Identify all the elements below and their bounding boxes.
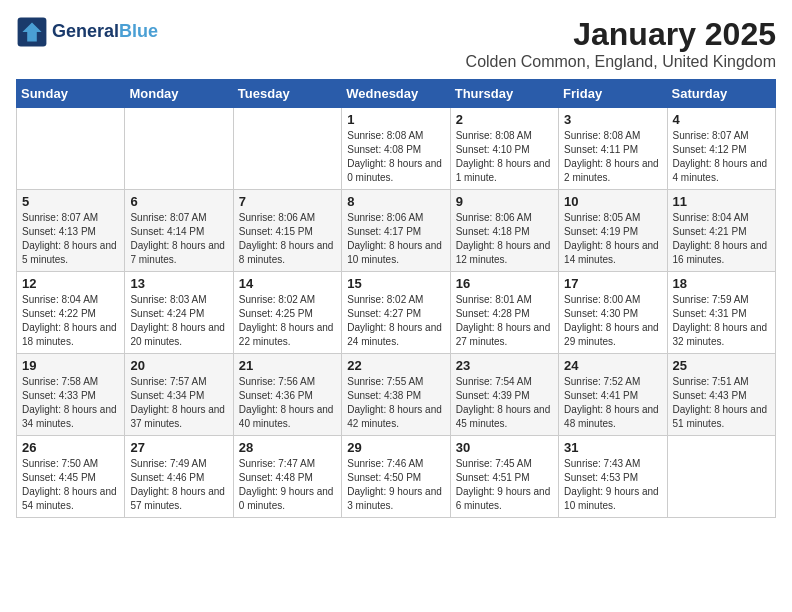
calendar-cell xyxy=(233,108,341,190)
day-number: 23 xyxy=(456,358,553,373)
day-number: 28 xyxy=(239,440,336,455)
day-header-tuesday: Tuesday xyxy=(233,80,341,108)
day-number: 24 xyxy=(564,358,661,373)
day-header-sunday: Sunday xyxy=(17,80,125,108)
calendar-cell: 2Sunrise: 8:08 AM Sunset: 4:10 PM Daylig… xyxy=(450,108,558,190)
calendar-cell xyxy=(125,108,233,190)
day-info: Sunrise: 8:02 AM Sunset: 4:27 PM Dayligh… xyxy=(347,293,444,349)
day-info: Sunrise: 8:08 AM Sunset: 4:08 PM Dayligh… xyxy=(347,129,444,185)
day-info: Sunrise: 8:07 AM Sunset: 4:13 PM Dayligh… xyxy=(22,211,119,267)
day-number: 9 xyxy=(456,194,553,209)
calendar-cell: 13Sunrise: 8:03 AM Sunset: 4:24 PM Dayli… xyxy=(125,272,233,354)
day-info: Sunrise: 8:06 AM Sunset: 4:15 PM Dayligh… xyxy=(239,211,336,267)
day-info: Sunrise: 8:00 AM Sunset: 4:30 PM Dayligh… xyxy=(564,293,661,349)
calendar-cell xyxy=(667,436,775,518)
day-number: 27 xyxy=(130,440,227,455)
day-number: 1 xyxy=(347,112,444,127)
header: GeneralBlue January 2025 Colden Common, … xyxy=(16,16,776,71)
calendar-subtitle: Colden Common, England, United Kingdom xyxy=(466,53,776,71)
day-number: 20 xyxy=(130,358,227,373)
calendar-cell: 28Sunrise: 7:47 AM Sunset: 4:48 PM Dayli… xyxy=(233,436,341,518)
day-info: Sunrise: 8:05 AM Sunset: 4:19 PM Dayligh… xyxy=(564,211,661,267)
calendar-cell: 1Sunrise: 8:08 AM Sunset: 4:08 PM Daylig… xyxy=(342,108,450,190)
header-row: SundayMondayTuesdayWednesdayThursdayFrid… xyxy=(17,80,776,108)
day-info: Sunrise: 8:03 AM Sunset: 4:24 PM Dayligh… xyxy=(130,293,227,349)
day-header-friday: Friday xyxy=(559,80,667,108)
calendar-cell: 19Sunrise: 7:58 AM Sunset: 4:33 PM Dayli… xyxy=(17,354,125,436)
day-number: 8 xyxy=(347,194,444,209)
day-header-wednesday: Wednesday xyxy=(342,80,450,108)
week-row-3: 19Sunrise: 7:58 AM Sunset: 4:33 PM Dayli… xyxy=(17,354,776,436)
calendar-cell: 29Sunrise: 7:46 AM Sunset: 4:50 PM Dayli… xyxy=(342,436,450,518)
logo-text: GeneralBlue xyxy=(52,22,158,42)
day-info: Sunrise: 8:04 AM Sunset: 4:22 PM Dayligh… xyxy=(22,293,119,349)
week-row-0: 1Sunrise: 8:08 AM Sunset: 4:08 PM Daylig… xyxy=(17,108,776,190)
calendar-cell: 31Sunrise: 7:43 AM Sunset: 4:53 PM Dayli… xyxy=(559,436,667,518)
day-number: 14 xyxy=(239,276,336,291)
calendar-cell: 9Sunrise: 8:06 AM Sunset: 4:18 PM Daylig… xyxy=(450,190,558,272)
day-header-monday: Monday xyxy=(125,80,233,108)
day-number: 12 xyxy=(22,276,119,291)
day-number: 3 xyxy=(564,112,661,127)
day-number: 22 xyxy=(347,358,444,373)
calendar-cell: 16Sunrise: 8:01 AM Sunset: 4:28 PM Dayli… xyxy=(450,272,558,354)
day-info: Sunrise: 8:07 AM Sunset: 4:12 PM Dayligh… xyxy=(673,129,770,185)
week-row-2: 12Sunrise: 8:04 AM Sunset: 4:22 PM Dayli… xyxy=(17,272,776,354)
calendar-cell: 22Sunrise: 7:55 AM Sunset: 4:38 PM Dayli… xyxy=(342,354,450,436)
day-number: 16 xyxy=(456,276,553,291)
day-number: 11 xyxy=(673,194,770,209)
day-info: Sunrise: 7:52 AM Sunset: 4:41 PM Dayligh… xyxy=(564,375,661,431)
day-header-saturday: Saturday xyxy=(667,80,775,108)
calendar-cell: 14Sunrise: 8:02 AM Sunset: 4:25 PM Dayli… xyxy=(233,272,341,354)
calendar-table: SundayMondayTuesdayWednesdayThursdayFrid… xyxy=(16,79,776,518)
day-number: 21 xyxy=(239,358,336,373)
calendar-cell: 17Sunrise: 8:00 AM Sunset: 4:30 PM Dayli… xyxy=(559,272,667,354)
week-row-1: 5Sunrise: 8:07 AM Sunset: 4:13 PM Daylig… xyxy=(17,190,776,272)
day-info: Sunrise: 8:06 AM Sunset: 4:18 PM Dayligh… xyxy=(456,211,553,267)
day-info: Sunrise: 7:50 AM Sunset: 4:45 PM Dayligh… xyxy=(22,457,119,513)
calendar-cell: 25Sunrise: 7:51 AM Sunset: 4:43 PM Dayli… xyxy=(667,354,775,436)
calendar-cell: 21Sunrise: 7:56 AM Sunset: 4:36 PM Dayli… xyxy=(233,354,341,436)
day-info: Sunrise: 7:51 AM Sunset: 4:43 PM Dayligh… xyxy=(673,375,770,431)
calendar-cell: 23Sunrise: 7:54 AM Sunset: 4:39 PM Dayli… xyxy=(450,354,558,436)
day-number: 25 xyxy=(673,358,770,373)
day-number: 15 xyxy=(347,276,444,291)
day-number: 6 xyxy=(130,194,227,209)
day-info: Sunrise: 7:47 AM Sunset: 4:48 PM Dayligh… xyxy=(239,457,336,513)
calendar-cell: 11Sunrise: 8:04 AM Sunset: 4:21 PM Dayli… xyxy=(667,190,775,272)
day-info: Sunrise: 8:08 AM Sunset: 4:10 PM Dayligh… xyxy=(456,129,553,185)
calendar-cell: 4Sunrise: 8:07 AM Sunset: 4:12 PM Daylig… xyxy=(667,108,775,190)
day-number: 31 xyxy=(564,440,661,455)
calendar-cell: 12Sunrise: 8:04 AM Sunset: 4:22 PM Dayli… xyxy=(17,272,125,354)
day-number: 10 xyxy=(564,194,661,209)
day-number: 26 xyxy=(22,440,119,455)
calendar-cell: 18Sunrise: 7:59 AM Sunset: 4:31 PM Dayli… xyxy=(667,272,775,354)
logo-icon xyxy=(16,16,48,48)
day-header-thursday: Thursday xyxy=(450,80,558,108)
logo: GeneralBlue xyxy=(16,16,158,48)
day-number: 2 xyxy=(456,112,553,127)
day-number: 5 xyxy=(22,194,119,209)
day-number: 18 xyxy=(673,276,770,291)
calendar-cell: 5Sunrise: 8:07 AM Sunset: 4:13 PM Daylig… xyxy=(17,190,125,272)
calendar-cell: 10Sunrise: 8:05 AM Sunset: 4:19 PM Dayli… xyxy=(559,190,667,272)
day-number: 7 xyxy=(239,194,336,209)
day-info: Sunrise: 7:55 AM Sunset: 4:38 PM Dayligh… xyxy=(347,375,444,431)
day-info: Sunrise: 8:08 AM Sunset: 4:11 PM Dayligh… xyxy=(564,129,661,185)
day-info: Sunrise: 8:06 AM Sunset: 4:17 PM Dayligh… xyxy=(347,211,444,267)
week-row-4: 26Sunrise: 7:50 AM Sunset: 4:45 PM Dayli… xyxy=(17,436,776,518)
title-area: January 2025 Colden Common, England, Uni… xyxy=(466,16,776,71)
day-number: 29 xyxy=(347,440,444,455)
day-info: Sunrise: 8:01 AM Sunset: 4:28 PM Dayligh… xyxy=(456,293,553,349)
day-info: Sunrise: 7:59 AM Sunset: 4:31 PM Dayligh… xyxy=(673,293,770,349)
calendar-cell: 24Sunrise: 7:52 AM Sunset: 4:41 PM Dayli… xyxy=(559,354,667,436)
calendar-cell: 20Sunrise: 7:57 AM Sunset: 4:34 PM Dayli… xyxy=(125,354,233,436)
day-info: Sunrise: 7:49 AM Sunset: 4:46 PM Dayligh… xyxy=(130,457,227,513)
day-info: Sunrise: 7:46 AM Sunset: 4:50 PM Dayligh… xyxy=(347,457,444,513)
day-number: 19 xyxy=(22,358,119,373)
day-number: 4 xyxy=(673,112,770,127)
calendar-cell: 27Sunrise: 7:49 AM Sunset: 4:46 PM Dayli… xyxy=(125,436,233,518)
day-number: 17 xyxy=(564,276,661,291)
calendar-cell: 7Sunrise: 8:06 AM Sunset: 4:15 PM Daylig… xyxy=(233,190,341,272)
day-info: Sunrise: 7:45 AM Sunset: 4:51 PM Dayligh… xyxy=(456,457,553,513)
